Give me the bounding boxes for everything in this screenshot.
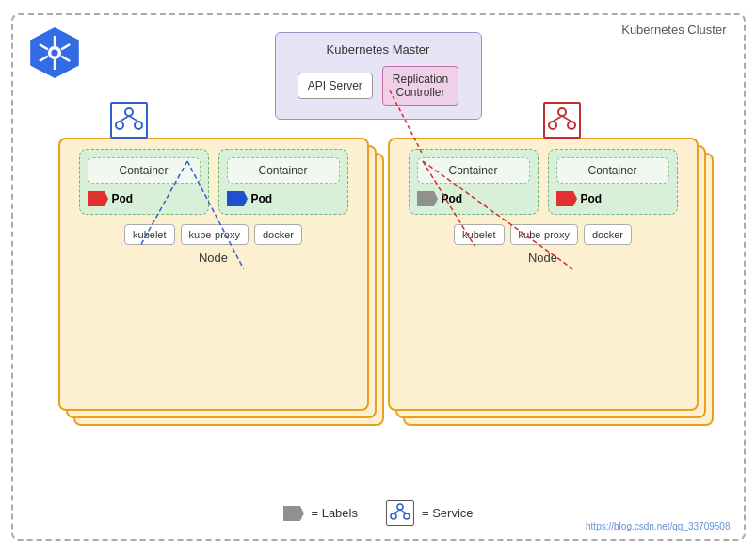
svg-point-22	[549, 122, 556, 129]
kube-proxy-left: kube-proxy	[181, 224, 249, 245]
pod-left-2: Container Pod	[218, 149, 348, 215]
pod-label-right-2: Pod	[556, 191, 669, 206]
pods-row-right: Container Pod Container	[399, 149, 687, 215]
nodes-area: Container Pod Container	[23, 138, 734, 411]
pod-right-2: Container Pod	[548, 149, 678, 215]
svg-line-17	[120, 116, 129, 122]
legend-labels: = Labels	[282, 506, 358, 521]
svg-line-33	[400, 510, 407, 513]
watermark: https://blog.csdn.net/qq_33709508	[586, 521, 730, 531]
svg-marker-26	[417, 191, 438, 206]
container-right-2: Container	[556, 157, 669, 184]
svg-point-29	[397, 504, 403, 510]
docker-right: docker	[584, 224, 632, 245]
service-icon-red	[543, 102, 581, 138]
kubelet-right: kubelet	[454, 224, 504, 245]
node-title-right: Node	[399, 251, 687, 265]
svg-point-30	[391, 513, 396, 519]
container-left-1: Container	[88, 157, 201, 184]
master-title: Kubernetes Master	[289, 42, 468, 57]
svg-marker-20	[227, 191, 248, 206]
system-boxes-right: kubelet kube-proxy docker	[399, 224, 687, 245]
svg-marker-27	[556, 191, 577, 206]
node-main-right: Container Pod Container	[388, 138, 699, 411]
pod-left-1: Container Pod	[79, 149, 209, 215]
node-stack-right: Container Pod Container	[388, 138, 699, 411]
kubernetes-logo	[26, 24, 83, 81]
system-boxes-left: kubelet kube-proxy docker	[70, 224, 358, 245]
cluster-label: Kubernetes Cluster	[621, 23, 726, 37]
svg-point-31	[404, 513, 410, 519]
kubelet-left: kubelet	[124, 224, 174, 245]
svg-line-24	[553, 116, 562, 122]
replication-controller-box: ReplicationController	[382, 66, 458, 106]
service-icon-blue	[110, 102, 148, 138]
pod-right-1: Container Pod	[409, 149, 539, 215]
svg-marker-19	[88, 191, 108, 206]
svg-point-15	[116, 122, 123, 129]
svg-line-32	[394, 510, 400, 513]
legend-labels-text: = Labels	[311, 506, 358, 520]
svg-point-14	[125, 108, 133, 116]
legend-service-text: = Service	[422, 506, 474, 520]
svg-point-23	[568, 122, 575, 129]
kube-proxy-right: kube-proxy	[510, 224, 578, 245]
svg-point-21	[558, 108, 566, 116]
container-right-1: Container	[417, 157, 530, 184]
pod-label-right-1: Pod	[417, 191, 530, 206]
pod-label-left-1: Pod	[88, 191, 201, 206]
svg-line-18	[129, 116, 138, 122]
legend-service-icon	[386, 500, 414, 526]
svg-point-2	[51, 49, 57, 56]
svg-line-25	[562, 116, 571, 122]
kubernetes-cluster-diagram: Kubernetes Cluster Kubernetes Master API…	[11, 13, 746, 541]
svg-point-16	[135, 122, 142, 129]
node-stack-left: Container Pod Container	[58, 138, 369, 411]
docker-left: docker	[254, 224, 302, 245]
container-left-2: Container	[227, 157, 340, 184]
node-main-left: Container Pod Container	[58, 138, 369, 411]
legend-service: = Service	[386, 500, 474, 526]
pod-label-left-2: Pod	[227, 191, 340, 206]
svg-marker-28	[282, 506, 303, 521]
pods-row-left: Container Pod Container	[70, 149, 358, 215]
node-title-left: Node	[70, 251, 358, 265]
api-server-box: API Server	[298, 73, 373, 99]
kubernetes-master-box: Kubernetes Master API Server Replication…	[275, 32, 482, 120]
legend: = Labels = Service	[282, 500, 473, 526]
